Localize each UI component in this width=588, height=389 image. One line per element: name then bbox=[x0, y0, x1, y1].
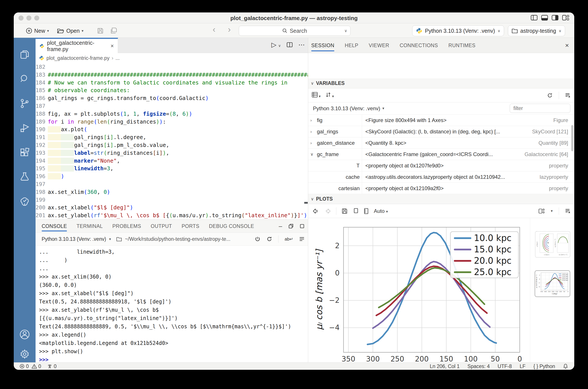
tab-plot-galactocentric-frame[interactable]: plot_galactocentric-frame.py × bbox=[35, 38, 118, 53]
plot-sizing-select[interactable]: Auto ▾ bbox=[374, 208, 388, 214]
run-file-icon[interactable]: ▷ ∨ bbox=[271, 41, 281, 48]
search-options-chevron-icon[interactable]: ∨ bbox=[344, 28, 347, 33]
panel-tab-console[interactable]: CONSOLE bbox=[42, 220, 67, 233]
panel-tab-viewer[interactable]: VIEWER bbox=[369, 38, 389, 53]
split-editor-icon[interactable] bbox=[287, 42, 293, 48]
variable-row-fig[interactable]: ›fig<Figure size 800x494 with 1 Axes>Fig… bbox=[308, 115, 574, 126]
project-selector[interactable]: astropy-testing∨ bbox=[508, 25, 565, 36]
new-button[interactable]: New▾ bbox=[26, 26, 49, 35]
testing-icon[interactable] bbox=[19, 171, 30, 182]
account-icon[interactable] bbox=[19, 329, 30, 340]
errors-status[interactable]: 0 bbox=[19, 363, 29, 369]
source-control-icon[interactable] bbox=[19, 98, 30, 109]
variable-value: <Quantity 8. kpc> bbox=[365, 137, 516, 149]
matplotlib-plot[interactable]: 35030025020015010050020−2−4l [deg]μₗ cos… bbox=[311, 219, 531, 370]
svg-text:50: 50 bbox=[563, 291, 565, 292]
language-mode[interactable]: { } Python bbox=[533, 363, 555, 369]
variables-section-header[interactable]: ∨ VARIABLES bbox=[308, 78, 574, 88]
copy-plot-icon[interactable] bbox=[353, 208, 358, 214]
toggle-sidebar-icon[interactable] bbox=[531, 15, 538, 22]
close-panel-icon[interactable]: × bbox=[565, 38, 569, 53]
plot-history-thumbnail-current[interactable]: 10.0 kpc15.0 kpc20.0 kpc25.0 kpc20−2−435… bbox=[534, 270, 570, 297]
interpreter-selector[interactable]: Python 3.10.13 (Venv: .venv)∨ bbox=[412, 25, 504, 36]
toggle-secondary-sidebar-icon[interactable] bbox=[552, 15, 559, 22]
variable-row-gal_rings[interactable]: ›gal_rings<SkyCoord (Galactic): (l, b, d… bbox=[308, 126, 574, 137]
save-button[interactable] bbox=[97, 26, 104, 35]
filter-input[interactable] bbox=[510, 104, 570, 113]
environment-tree-icon[interactable] bbox=[19, 196, 30, 207]
variables-session-row[interactable]: Python 3.10.13 (Venv: .venv) ▾ bbox=[308, 102, 574, 115]
panel-tab-runtimes[interactable]: RUNTIMES bbox=[448, 38, 475, 53]
forward-icon[interactable]: › bbox=[228, 25, 231, 34]
plots-section-header[interactable]: ∨ PLOTS bbox=[308, 194, 574, 204]
search-sidebar-icon[interactable] bbox=[19, 74, 30, 85]
expand-chevron-icon[interactable]: › bbox=[310, 137, 316, 149]
variable-value: <property object at 0x12109a2f0> bbox=[365, 183, 516, 194]
back-icon[interactable]: ‹ bbox=[213, 25, 215, 34]
variable-row-gc_frame[interactable]: ∨gc_frame<Galactocentric Frame (galcen_c… bbox=[308, 149, 574, 160]
plots-layout-icon[interactable] bbox=[538, 208, 545, 214]
variable-row-cartesian[interactable]: cartesian<property object at 0x12109a2f0… bbox=[308, 183, 574, 194]
shutdown-icon[interactable] bbox=[255, 236, 261, 242]
customize-layout-icon[interactable] bbox=[562, 15, 569, 22]
expand-chevron-icon[interactable]: ∨ bbox=[310, 149, 316, 160]
open-button[interactable]: Open▾ bbox=[57, 26, 84, 35]
previous-plot-icon[interactable] bbox=[313, 208, 319, 214]
next-plot-icon[interactable] bbox=[324, 208, 331, 214]
clear-variables-icon[interactable] bbox=[565, 93, 571, 98]
sort-variables-icon[interactable]: ▾ bbox=[325, 92, 334, 99]
variables-scrollbar-thumb[interactable] bbox=[571, 125, 573, 151]
panel-tab-session[interactable]: SESSION bbox=[311, 38, 334, 53]
close-tab-icon[interactable]: × bbox=[111, 43, 114, 49]
minimize-panel-icon[interactable]: – bbox=[279, 223, 282, 230]
search-icon bbox=[282, 28, 288, 33]
variable-row-T[interactable]: T<property object at 0x1207fe9d0>propert… bbox=[308, 160, 574, 171]
run-debug-icon[interactable] bbox=[19, 123, 30, 133]
expand-chevron-icon[interactable]: › bbox=[310, 126, 316, 137]
settings-gear-icon[interactable] bbox=[19, 349, 30, 359]
save-all-button[interactable] bbox=[110, 26, 118, 35]
save-plot-icon[interactable] bbox=[342, 208, 348, 214]
console-session-label[interactable]: Python 3.10.13 (Venv: .venv) bbox=[42, 236, 106, 242]
maximize-panel-icon[interactable] bbox=[300, 224, 304, 228]
warnings-status[interactable]: 0 bbox=[31, 363, 41, 369]
editor-scrollbar-thumb[interactable] bbox=[304, 202, 308, 204]
expand-chevron-icon[interactable]: › bbox=[310, 115, 316, 126]
code-editor[interactable]: 182183##################################… bbox=[35, 63, 308, 219]
plot-size-icon[interactable] bbox=[364, 208, 369, 214]
plot-history-thumbnail-rings[interactable]: y [kpc]x [kpc]vx [km s⁻¹]vy [km s⁻¹] bbox=[535, 231, 570, 258]
variable-row-cache[interactable]: cache<astropy.utils.decorators.lazyprope… bbox=[308, 171, 574, 183]
restore-panel-icon[interactable] bbox=[288, 224, 294, 229]
extensions-icon[interactable] bbox=[19, 147, 30, 158]
group-variables-icon[interactable]: ▾ bbox=[312, 92, 321, 99]
search-input[interactable]: Search ∨ bbox=[239, 26, 351, 36]
explorer-icon[interactable] bbox=[19, 49, 30, 60]
variable-row-galcen_distance[interactable]: ›galcen_distance<Quantity 8. kpc>Quantit… bbox=[308, 137, 574, 149]
more-actions-icon[interactable]: ⋯ bbox=[298, 41, 305, 48]
panel-tab-terminal[interactable]: TERMINAL bbox=[77, 220, 103, 233]
toggle-panel-icon[interactable] bbox=[541, 15, 548, 22]
console-output[interactable]: ... linewidth=3,... )...>>> ax.set_xlim(… bbox=[35, 246, 308, 362]
cursor-position[interactable]: Ln 206, Col 1 bbox=[430, 363, 460, 369]
console-line: >>> ax.set_xlabel("$l$ [deg]") bbox=[39, 289, 308, 297]
refresh-variables-icon[interactable] bbox=[547, 93, 553, 98]
notifications-bell-icon[interactable] bbox=[563, 363, 568, 369]
restart-icon[interactable] bbox=[266, 236, 272, 242]
panel-tab-problems[interactable]: PROBLEMS bbox=[112, 220, 141, 233]
panel-tab-connections[interactable]: CONNECTIONS bbox=[400, 38, 438, 53]
clear-console-icon[interactable]: ab↵ bbox=[285, 236, 293, 242]
svg-text:350: 350 bbox=[540, 291, 543, 292]
indentation[interactable]: Spaces: 4 bbox=[467, 363, 490, 369]
panel-tab-output[interactable]: OUTPUT bbox=[151, 220, 172, 233]
panel-tab-debug-console[interactable]: DEBUG CONSOLE bbox=[209, 220, 254, 233]
svg-text:250: 250 bbox=[390, 355, 404, 363]
ports-status[interactable]: 0 bbox=[47, 363, 57, 369]
console-list-icon[interactable] bbox=[299, 237, 304, 241]
encoding[interactable]: UTF-8 bbox=[498, 363, 512, 369]
panel-tab-help[interactable]: HELP bbox=[345, 38, 358, 53]
app-window: plot_galactocentric-frame.py — astropy-t… bbox=[14, 12, 574, 370]
clear-plots-icon[interactable] bbox=[565, 208, 571, 214]
panel-tab-ports[interactable]: PORTS bbox=[182, 220, 199, 233]
breadcrumb[interactable]: plot_galactocentric-frame.py › ... bbox=[35, 53, 308, 63]
eol[interactable]: LF bbox=[520, 363, 526, 369]
